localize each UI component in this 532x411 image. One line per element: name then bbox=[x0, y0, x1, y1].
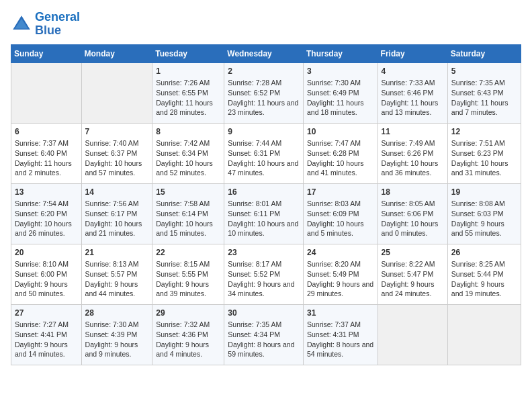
day-number: 27 bbox=[15, 308, 78, 319]
day-number: 11 bbox=[382, 126, 444, 138]
day-number: 24 bbox=[307, 247, 374, 259]
day-number: 5 bbox=[451, 66, 517, 77]
day-number: 14 bbox=[85, 187, 149, 198]
day-number: 21 bbox=[85, 247, 149, 259]
calendar-day-cell: 4Sunrise: 7:33 AMSunset: 6:46 PMDaylight… bbox=[378, 62, 447, 123]
calendar-day-cell: 11Sunrise: 7:49 AMSunset: 6:26 PMDayligh… bbox=[378, 123, 447, 183]
calendar-day-cell: 1Sunrise: 7:26 AMSunset: 6:55 PMDaylight… bbox=[152, 62, 224, 123]
calendar-day-cell bbox=[447, 304, 521, 365]
calendar-day-cell: 20Sunrise: 8:10 AMSunset: 6:00 PMDayligh… bbox=[11, 244, 82, 304]
calendar-day-cell bbox=[11, 62, 82, 123]
day-number: 15 bbox=[156, 187, 220, 198]
day-number: 22 bbox=[156, 247, 220, 259]
day-number: 31 bbox=[307, 308, 374, 319]
day-number: 6 bbox=[15, 126, 78, 138]
day-number: 10 bbox=[307, 126, 374, 138]
calendar-week-row: 27Sunrise: 7:27 AMSunset: 4:41 PMDayligh… bbox=[11, 304, 521, 365]
day-number: 4 bbox=[382, 66, 444, 77]
calendar-day-cell bbox=[378, 304, 447, 365]
day-number: 30 bbox=[228, 308, 300, 319]
calendar-day-cell: 21Sunrise: 8:13 AMSunset: 5:57 PMDayligh… bbox=[81, 244, 152, 304]
day-of-week-header: Friday bbox=[378, 44, 447, 62]
calendar-day-cell: 29Sunrise: 7:32 AMSunset: 4:36 PMDayligh… bbox=[152, 304, 224, 365]
calendar-day-cell: 5Sunrise: 7:35 AMSunset: 6:43 PMDaylight… bbox=[447, 62, 521, 123]
day-number: 25 bbox=[382, 247, 444, 259]
day-of-week-header: Sunday bbox=[11, 44, 82, 62]
page-header: General Blue bbox=[11, 11, 521, 38]
day-of-week-header: Thursday bbox=[303, 44, 378, 62]
logo-icon bbox=[11, 13, 32, 35]
calendar-day-cell: 28Sunrise: 7:30 AMSunset: 4:39 PMDayligh… bbox=[81, 304, 152, 365]
day-number: 19 bbox=[451, 187, 517, 198]
day-number: 20 bbox=[15, 247, 78, 259]
calendar-day-cell: 24Sunrise: 8:20 AMSunset: 5:49 PMDayligh… bbox=[303, 244, 378, 304]
calendar-day-cell: 17Sunrise: 8:03 AMSunset: 6:09 PMDayligh… bbox=[303, 183, 378, 244]
day-of-week-header: Saturday bbox=[447, 44, 521, 62]
calendar-day-cell: 7Sunrise: 7:40 AMSunset: 6:37 PMDaylight… bbox=[81, 123, 152, 183]
calendar-day-cell: 14Sunrise: 7:56 AMSunset: 6:17 PMDayligh… bbox=[81, 183, 152, 244]
day-number: 29 bbox=[156, 308, 220, 319]
calendar-day-cell: 19Sunrise: 8:08 AMSunset: 6:03 PMDayligh… bbox=[447, 183, 521, 244]
day-number: 7 bbox=[85, 126, 149, 138]
calendar-day-cell: 9Sunrise: 7:44 AMSunset: 6:31 PMDaylight… bbox=[224, 123, 304, 183]
calendar-day-cell: 3Sunrise: 7:30 AMSunset: 6:49 PMDaylight… bbox=[303, 62, 378, 123]
calendar-day-cell: 26Sunrise: 8:25 AMSunset: 5:44 PMDayligh… bbox=[447, 244, 521, 304]
calendar-day-cell: 12Sunrise: 7:51 AMSunset: 6:23 PMDayligh… bbox=[447, 123, 521, 183]
day-number: 28 bbox=[85, 308, 149, 319]
calendar-header-row: SundayMondayTuesdayWednesdayThursdayFrid… bbox=[11, 44, 521, 62]
day-number: 12 bbox=[451, 126, 517, 138]
day-number: 17 bbox=[307, 187, 374, 198]
calendar-day-cell: 10Sunrise: 7:47 AMSunset: 6:28 PMDayligh… bbox=[303, 123, 378, 183]
calendar-day-cell: 6Sunrise: 7:37 AMSunset: 6:40 PMDaylight… bbox=[11, 123, 82, 183]
day-of-week-header: Wednesday bbox=[224, 44, 304, 62]
calendar-day-cell: 31Sunrise: 7:37 AMSunset: 4:31 PMDayligh… bbox=[303, 304, 378, 365]
calendar-day-cell: 15Sunrise: 7:58 AMSunset: 6:14 PMDayligh… bbox=[152, 183, 224, 244]
day-number: 9 bbox=[228, 126, 300, 138]
day-number: 16 bbox=[228, 187, 300, 198]
calendar-week-row: 6Sunrise: 7:37 AMSunset: 6:40 PMDaylight… bbox=[11, 123, 521, 183]
calendar-day-cell: 25Sunrise: 8:22 AMSunset: 5:47 PMDayligh… bbox=[378, 244, 447, 304]
day-number: 18 bbox=[382, 187, 444, 198]
calendar-day-cell: 22Sunrise: 8:15 AMSunset: 5:55 PMDayligh… bbox=[152, 244, 224, 304]
calendar-day-cell: 30Sunrise: 7:35 AMSunset: 4:34 PMDayligh… bbox=[224, 304, 304, 365]
calendar-day-cell: 2Sunrise: 7:28 AMSunset: 6:52 PMDaylight… bbox=[224, 62, 304, 123]
calendar-week-row: 1Sunrise: 7:26 AMSunset: 6:55 PMDaylight… bbox=[11, 62, 521, 123]
calendar-day-cell: 27Sunrise: 7:27 AMSunset: 4:41 PMDayligh… bbox=[11, 304, 82, 365]
day-number: 1 bbox=[156, 66, 220, 77]
day-number: 3 bbox=[307, 66, 374, 77]
day-of-week-header: Tuesday bbox=[152, 44, 224, 62]
calendar-day-cell: 23Sunrise: 8:17 AMSunset: 5:52 PMDayligh… bbox=[224, 244, 304, 304]
day-number: 23 bbox=[228, 247, 300, 259]
day-of-week-header: Monday bbox=[81, 44, 152, 62]
calendar-day-cell bbox=[81, 62, 152, 123]
calendar-table: SundayMondayTuesdayWednesdayThursdayFrid… bbox=[11, 44, 521, 365]
logo-text: General Blue bbox=[35, 11, 80, 38]
calendar-day-cell: 8Sunrise: 7:42 AMSunset: 6:34 PMDaylight… bbox=[152, 123, 224, 183]
day-number: 2 bbox=[228, 66, 300, 77]
calendar-week-row: 13Sunrise: 7:54 AMSunset: 6:20 PMDayligh… bbox=[11, 183, 521, 244]
logo: General Blue bbox=[11, 11, 80, 38]
day-number: 8 bbox=[156, 126, 220, 138]
day-number: 26 bbox=[451, 247, 517, 259]
day-number: 13 bbox=[15, 187, 78, 198]
calendar-day-cell: 18Sunrise: 8:05 AMSunset: 6:06 PMDayligh… bbox=[378, 183, 447, 244]
calendar-day-cell: 13Sunrise: 7:54 AMSunset: 6:20 PMDayligh… bbox=[11, 183, 82, 244]
calendar-week-row: 20Sunrise: 8:10 AMSunset: 6:00 PMDayligh… bbox=[11, 244, 521, 304]
calendar-day-cell: 16Sunrise: 8:01 AMSunset: 6:11 PMDayligh… bbox=[224, 183, 304, 244]
